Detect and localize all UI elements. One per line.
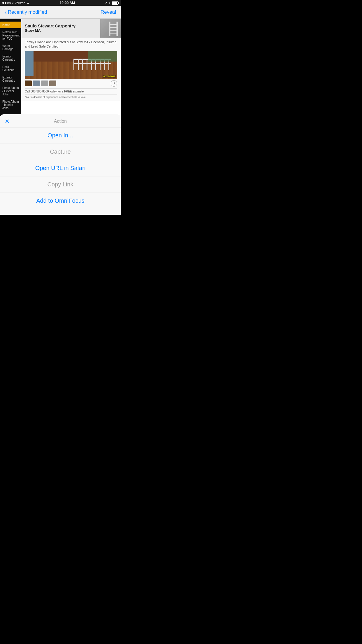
date-stamp: 06/22/2007 <box>103 75 116 78</box>
dot-1 <box>2 2 4 4</box>
divider-bottom <box>25 94 117 94</box>
header-image <box>100 19 121 38</box>
dot-3 <box>7 2 9 4</box>
bluetooth-icon: ✦ <box>108 1 111 5</box>
battery-icon <box>112 1 118 5</box>
deck-image: 06/22/2007 <box>25 51 117 79</box>
battery-fill <box>112 2 117 4</box>
action-capture[interactable]: Capture <box>0 144 121 160</box>
action-sheet: ✕ Action Open In... Capture Open URL in … <box>0 114 121 215</box>
call-text: Call 508-380-8500 today for a FREE estim… <box>25 90 117 93</box>
sub-text: Over a decade of experience and credenti… <box>25 96 117 99</box>
action-open-url[interactable]: Open URL in Safari <box>0 160 121 176</box>
action-add-omnifocus[interactable]: Add to OmniFocus <box>0 193 121 209</box>
siding <box>25 51 34 76</box>
sidebar-item-deck-solutions[interactable]: Deck Solutions <box>0 64 21 74</box>
pause-button[interactable]: ⏸ <box>111 80 117 87</box>
back-button[interactable]: ‹ Recently modified <box>5 9 47 15</box>
nav-bar: ‹ Recently modified Reveal <box>0 6 121 19</box>
location-icon: ↗ <box>105 1 107 5</box>
action-header: ✕ Action <box>0 114 121 127</box>
wifi-icon: ▲ <box>27 1 30 5</box>
back-label: Recently modified <box>8 9 47 15</box>
sidebar-item-interior-carpentry[interactable]: Interior Carpentry <box>0 53 21 63</box>
status-right: ↗ ✦ <box>105 1 118 5</box>
carrier-label: Verizon <box>15 1 25 5</box>
close-button[interactable]: ✕ <box>5 118 10 125</box>
sidebar-item-exterior-carpentry[interactable]: Exterior Carpentry <box>0 74 21 84</box>
thumb-3[interactable] <box>41 80 48 86</box>
site-header: Saulo Stewart Carpentry Stow MA <box>21 19 121 38</box>
web-body: Family Owned and Operated out of Stow MA… <box>21 38 121 101</box>
pause-icon: ⏸ <box>113 82 115 85</box>
action-items: Open In... Capture Open URL in Safari Co… <box>0 127 121 209</box>
sidebar-item-home[interactable]: Home <box>0 22 21 28</box>
time-display: 10:00 AM <box>60 1 75 5</box>
dot-4 <box>9 2 11 4</box>
back-chevron-icon: ‹ <box>5 9 7 15</box>
signal-dots <box>2 2 13 4</box>
status-left: Verizon ▲ <box>2 1 30 5</box>
action-title: Action <box>54 119 67 124</box>
thumb-4[interactable] <box>49 80 56 86</box>
action-open-in[interactable]: Open In... <box>0 127 121 144</box>
intro-text: Family Owned and Operated out of Stow MA… <box>25 40 117 49</box>
action-copy-link[interactable]: Copy Link <box>0 176 121 193</box>
thumb-1[interactable] <box>25 80 32 86</box>
dot-5 <box>12 2 13 4</box>
grass-area <box>88 51 117 62</box>
divider-top <box>25 88 117 89</box>
sidebar-item-rotten-trim[interactable]: Rotten Trim Replacement for PVC <box>0 29 21 42</box>
thumb-2[interactable] <box>33 80 40 86</box>
thumbnails-row: ⏸ <box>25 80 117 87</box>
dot-2 <box>5 2 6 4</box>
status-bar: Verizon ▲ 10:00 AM ↗ ✦ <box>0 0 121 6</box>
sidebar-item-photo-exterior[interactable]: Photo Album - Exterior Jobs <box>0 85 21 98</box>
sidebar-item-photo-interior[interactable]: Photo Album - Interior Jobs <box>0 98 21 111</box>
ladder-svg <box>108 22 119 36</box>
sidebar-item-water-damage[interactable]: Water Damage <box>0 43 21 52</box>
reveal-button[interactable]: Reveal <box>101 9 116 15</box>
